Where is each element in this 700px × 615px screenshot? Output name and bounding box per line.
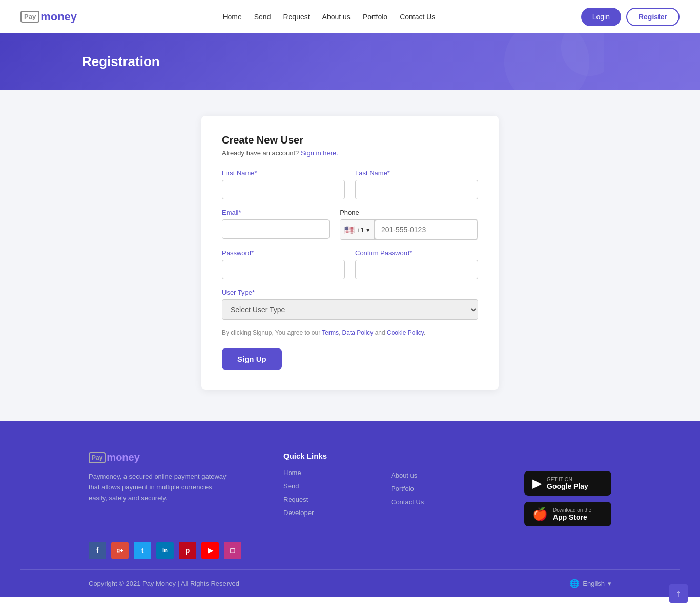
phone-input-group: 🇺🇸 +1 ▾ [340, 219, 478, 240]
google-plus-icon[interactable]: g+ [111, 542, 129, 559]
footer-inner: Pay money Paymoney, a secured online pay… [68, 452, 632, 526]
data-policy-link[interactable]: Data Policy [342, 329, 374, 336]
confirm-password-input[interactable] [355, 260, 478, 279]
form-title: Create New User [222, 134, 478, 146]
password-group: Password* [222, 249, 345, 279]
user-type-select[interactable]: Select User Type [222, 299, 478, 320]
google-play-text: GET IT ON Google Play [547, 477, 588, 490]
main-content: Create New User Already have an account?… [0, 90, 700, 421]
list-item: Developer [283, 508, 360, 517]
pinterest-icon[interactable]: p [179, 542, 196, 559]
twitter-icon[interactable]: t [134, 542, 151, 559]
us-flag-icon: 🇺🇸 [344, 225, 355, 235]
footer-right-links: About us Portfolo Contact Us [391, 452, 468, 526]
footer-logo-box: Pay [89, 452, 106, 463]
apple-icon: 🍎 [532, 507, 548, 521]
chevron-down-icon: ▾ [608, 580, 611, 587]
nav-contact[interactable]: Contact Us [400, 13, 435, 21]
youtube-icon[interactable]: ▶ [201, 542, 219, 559]
language-label: English [583, 580, 605, 587]
nav-links: Home Send Request About us Portfolo Cont… [222, 13, 435, 21]
list-item: Portfolo [391, 484, 468, 493]
name-row: First Name* Last Name* [222, 169, 478, 199]
terms-text: By clicking Signup, You agree to our Ter… [222, 329, 478, 336]
phone-input[interactable] [375, 220, 478, 239]
footer-link-developer[interactable]: Developer [283, 509, 314, 517]
user-type-group: User Type* Select User Type [222, 289, 478, 320]
signin-row: Already have an account? Sign in here. [222, 149, 478, 157]
app-store-badge[interactable]: 🍎 Download on the App Store [524, 502, 611, 526]
phone-group: Phone 🇺🇸 +1 ▾ [340, 209, 478, 240]
register-button[interactable]: Register [626, 8, 680, 26]
footer-app-badges: ▶ GET IT ON Google Play 🍎 Download on th… [499, 452, 611, 526]
language-selector[interactable]: 🌐 English ▾ [569, 579, 611, 588]
login-button[interactable]: Login [581, 8, 621, 26]
signin-prompt: Already have an account? [222, 149, 299, 157]
footer-link-send[interactable]: Send [283, 482, 299, 490]
first-name-input[interactable] [222, 180, 345, 199]
phone-country-selector[interactable]: 🇺🇸 +1 ▾ [340, 220, 375, 239]
email-input[interactable] [222, 219, 330, 239]
footer-quick-links: Quick Links Home Send Request Developer [283, 452, 360, 526]
terms-link[interactable]: Terms [322, 329, 339, 336]
confirm-password-label: Confirm Password* [355, 249, 478, 257]
back-to-top-button[interactable]: ↑ [669, 584, 688, 597]
last-name-label: Last Name* [355, 169, 478, 177]
footer-description: Paymoney, a secured online payment gatew… [89, 471, 232, 503]
signup-button[interactable]: Sign Up [222, 348, 282, 370]
footer-brand: Pay money Paymoney, a secured online pay… [89, 452, 253, 526]
email-label: Email* [222, 209, 330, 216]
nav-about[interactable]: About us [322, 13, 351, 21]
navbar: Pay money Home Send Request About us Por… [0, 0, 700, 33]
quick-links-list: Home Send Request Developer [283, 468, 360, 517]
user-type-label: User Type* [222, 289, 478, 296]
app-store-text: Download on the App Store [553, 507, 591, 521]
facebook-icon[interactable]: f [89, 542, 106, 559]
page-title: Registration [82, 54, 700, 70]
footer: Pay money Paymoney, a secured online pay… [0, 421, 700, 597]
nav-request[interactable]: Request [283, 13, 310, 21]
footer-link-contact[interactable]: Contact Us [391, 498, 424, 506]
footer-link-portfolio[interactable]: Portfolo [391, 485, 414, 493]
google-play-badge[interactable]: ▶ GET IT ON Google Play [524, 471, 611, 496]
footer-social: f g+ t in p ▶ ◻ [68, 542, 632, 569]
nav-send[interactable]: Send [254, 13, 271, 21]
signin-link[interactable]: Sign in here. [301, 149, 338, 157]
password-input[interactable] [222, 260, 345, 279]
registration-form-card: Create New User Already have an account?… [201, 116, 499, 390]
list-item: Home [283, 468, 360, 477]
list-item: Request [283, 495, 360, 503]
nav-portfolio[interactable]: Portfolo [363, 13, 387, 21]
cookie-policy-link[interactable]: Cookie Policy [387, 329, 424, 336]
footer-logo: Pay money [89, 452, 253, 463]
footer-link-about[interactable]: About us [391, 471, 417, 479]
country-code: +1 [357, 226, 364, 234]
nav-home[interactable]: Home [222, 13, 241, 21]
list-item: About us [391, 471, 468, 479]
globe-icon: 🌐 [569, 579, 580, 588]
quick-links-title: Quick Links [283, 452, 360, 460]
email-phone-row: Email* Phone 🇺🇸 +1 ▾ [222, 209, 478, 240]
email-group: Email* [222, 209, 330, 240]
footer-link-home[interactable]: Home [283, 469, 301, 477]
last-name-group: Last Name* [355, 169, 478, 199]
last-name-input[interactable] [355, 180, 478, 199]
copyright-text: Copyright © 2021 Pay Money | All Rights … [89, 580, 239, 587]
confirm-password-group: Confirm Password* [355, 249, 478, 279]
logo: Pay money [20, 10, 77, 24]
footer-link-request[interactable]: Request [283, 496, 308, 503]
password-label: Password* [222, 249, 345, 257]
linkedin-icon[interactable]: in [156, 542, 174, 559]
phone-label: Phone [340, 209, 478, 216]
dropdown-icon: ▾ [366, 226, 370, 234]
instagram-icon[interactable]: ◻ [224, 542, 241, 559]
hero-banner: Registration [0, 33, 700, 90]
google-play-icon: ▶ [532, 476, 542, 490]
footer-logo-money: money [107, 452, 139, 463]
password-row: Password* Confirm Password* [222, 249, 478, 279]
logo-money: money [40, 10, 77, 24]
right-links-list: About us Portfolo Contact Us [391, 471, 468, 506]
footer-bottom: Copyright © 2021 Pay Money | All Rights … [68, 570, 632, 597]
logo-box: Pay [20, 11, 39, 23]
nav-buttons: Login Register [581, 8, 680, 26]
